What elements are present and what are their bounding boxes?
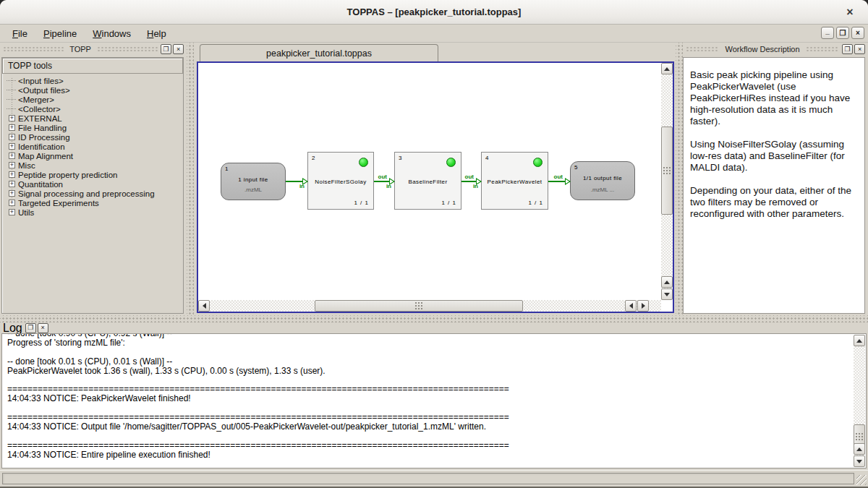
scroll-left-button2[interactable] (625, 300, 637, 312)
status-ok-icon (533, 158, 542, 167)
tree-item-label: Map Alignment (18, 152, 73, 160)
status-ok-icon (359, 158, 368, 167)
left-splitter[interactable] (187, 43, 194, 315)
right-splitter[interactable] (676, 43, 683, 315)
canvas-vscroll-thumb[interactable] (661, 127, 673, 215)
scroll-left-button[interactable] (198, 300, 210, 312)
expand-icon[interactable]: + (9, 181, 15, 187)
tree-item[interactable]: + EXTERNAL (7, 114, 183, 123)
expand-icon[interactable]: + (9, 190, 15, 197)
expand-icon[interactable]: + (9, 143, 15, 150)
menu-item[interactable]: Pipeline (35, 26, 85, 41)
node-title: PeakPickerWavelet (482, 179, 548, 185)
menu-item[interactable]: File (4, 26, 35, 41)
left-arrow-icon (629, 303, 633, 309)
scroll-down-button[interactable] (661, 288, 673, 300)
resize-grip-icon[interactable] (856, 475, 867, 485)
menu-item[interactable]: Help (139, 26, 174, 41)
tree-item[interactable]: + Map Alignment (7, 151, 183, 160)
expand-icon[interactable]: + (9, 134, 15, 140)
edge-input-to-noisefilter[interactable]: in (286, 181, 307, 182)
topp-tools-panel: TOPP tools + <Input files> + <Output fil… (1, 57, 184, 314)
log-vertical-scrollbar[interactable] (854, 335, 865, 467)
node-title: 1 input file (221, 176, 285, 183)
scroll-up-button2[interactable] (854, 443, 865, 455)
log-panel[interactable]: -- done [took 0.90 s (CPU), 0.92 s (Wall… (1, 333, 867, 468)
dock-close-button[interactable]: × (38, 323, 48, 333)
expand-icon[interactable]: + (9, 209, 15, 215)
expand-icon[interactable]: + (9, 124, 15, 131)
thumb-grip (663, 166, 671, 175)
log-line: -- done [took 0.90 s (CPU), 0.92 s (Wall… (7, 333, 864, 338)
log-line: ========================================… (7, 441, 864, 450)
scroll-up-button2[interactable] (661, 276, 673, 288)
dock-texture (686, 46, 719, 52)
log-line: Progress of 'storing mzML file': (7, 338, 864, 348)
tree-item-label: EXTERNAL (18, 114, 62, 123)
edge-noisefilter-to-baseline[interactable]: out in (374, 181, 394, 182)
tree-item[interactable]: + <Merger> (7, 95, 183, 104)
tree-item[interactable]: + Targeted Experiments (7, 198, 183, 207)
tree-item[interactable]: + Misc (7, 160, 183, 170)
log-line: -- done [took 0.01 s (CPU), 0.01 s (Wall… (7, 357, 864, 367)
tree-item[interactable]: + <Output files> (7, 85, 183, 95)
dock-close-button[interactable]: × (173, 44, 184, 54)
mdi-minimize-button[interactable]: _ (821, 27, 834, 39)
node-filetype: .mzML (221, 187, 285, 193)
tree-item[interactable]: + Peptide property prediction (7, 170, 183, 179)
topp-dock-titlebar[interactable]: TOPP ❐ × (0, 43, 187, 56)
pipeline-canvas[interactable]: 1 1 input file .mzML 2 NoiseFilterSGolay… (197, 61, 674, 313)
scroll-up-button[interactable] (661, 63, 673, 74)
scroll-up-button[interactable] (854, 335, 865, 346)
node-peakpickerwavelet[interactable]: 4 PeakPickerWavelet 1 / 1 (481, 152, 548, 210)
minimize-icon: _ (825, 28, 830, 34)
expand-icon[interactable]: + (9, 162, 15, 168)
description-dock-titlebar[interactable]: Workflow Description ❐ × (683, 43, 868, 56)
node-baselinefilter[interactable]: 3 BaselineFilter 1 / 1 (394, 152, 461, 210)
scroll-down-button[interactable] (854, 455, 865, 467)
scroll-right-button[interactable] (637, 300, 649, 312)
tree-item[interactable]: + Utils (7, 207, 183, 217)
expand-icon[interactable]: + (9, 200, 15, 206)
window-title: TOPPAS – [peakpicker_tutorial.toppas] (347, 7, 522, 17)
expand-icon[interactable]: + (9, 171, 15, 178)
log-dock-titlebar[interactable]: Log ❐ × (0, 322, 868, 333)
dock-close-button[interactable]: × (854, 44, 865, 54)
node-output-file[interactable]: 5 1/1 output file .mzML ... (570, 161, 635, 200)
tree-item-label: <Merger> (18, 95, 54, 104)
tree-item[interactable]: + File Handling (7, 123, 183, 132)
edge-baseline-to-peakpicker[interactable]: out in (461, 181, 481, 182)
tree-item-label: ID Processing (18, 133, 70, 142)
menu-item[interactable]: Windows (85, 26, 139, 41)
tree-item[interactable]: + <Collector> (7, 104, 183, 114)
log-splitter[interactable] (0, 315, 868, 322)
node-noisefiltersgolay[interactable]: 2 NoiseFilterSGolay 1 / 1 (307, 152, 374, 210)
tree-item[interactable]: + ID Processing (7, 132, 183, 142)
dock-float-button[interactable]: ❐ (842, 44, 853, 54)
edge-peakpicker-to-output[interactable]: out (548, 181, 570, 182)
node-title: 1/1 output file (571, 175, 634, 181)
dock-buttons: ❐ × (842, 44, 865, 54)
description-dock-title: Workflow Description (719, 45, 805, 53)
dock-float-button[interactable]: ❐ (25, 323, 36, 333)
tree-item[interactable]: + Signal processing and preprocessing (7, 189, 183, 198)
dock-float-button[interactable]: ❐ (161, 44, 171, 54)
tab-peakpicker-tutorial[interactable]: peakpicker_tutorial.toppas (200, 44, 438, 61)
tree-item-label: Peptide property prediction (18, 171, 117, 179)
node-input-file[interactable]: 1 1 input file .mzML (221, 163, 286, 200)
expand-icon[interactable]: + (9, 153, 15, 159)
tree-item[interactable]: + <Input files> (7, 76, 183, 85)
node-progress: 1 / 1 (528, 200, 543, 206)
window-titlebar[interactable]: TOPPAS – [peakpicker_tutorial.toppas] × (0, 0, 868, 25)
window-close-button[interactable]: × (842, 4, 858, 20)
tree-item[interactable]: + Identification (7, 142, 183, 151)
editor-area: peakpicker_tutorial.toppas 1 1 input fil… (194, 43, 676, 315)
tree-item[interactable]: + Quantitation (7, 179, 183, 189)
canvas-hscroll-thumb[interactable] (315, 300, 523, 312)
log-line (7, 348, 864, 357)
tree-item-label: Signal processing and preprocessing (18, 189, 155, 198)
mdi-close-button[interactable]: × (851, 27, 864, 39)
mdi-restore-button[interactable]: ❐ (836, 27, 849, 39)
expand-icon[interactable]: + (9, 115, 15, 121)
workflow-description-text[interactable]: Basic peak picking pipeline using PeakPi… (683, 57, 865, 314)
